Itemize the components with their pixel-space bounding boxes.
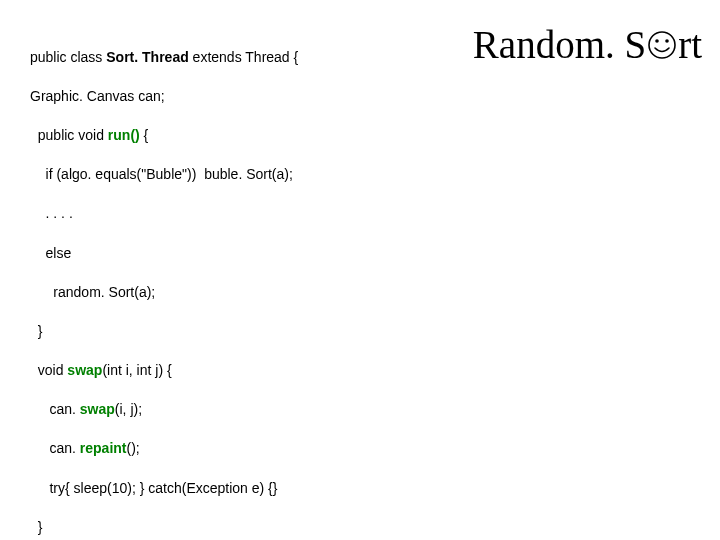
code-line: can. swap(i, j);	[30, 400, 309, 420]
smiley-icon	[647, 30, 677, 60]
code-line: if (algo. equals("Buble")) buble. Sort(a…	[30, 165, 309, 185]
code-line: random. Sort(a);	[30, 283, 309, 303]
code-line: . . . .	[30, 204, 309, 224]
call-repaint: repaint	[80, 440, 127, 456]
method-run: run()	[108, 127, 140, 143]
txt: {	[140, 127, 149, 143]
svg-point-0	[649, 32, 675, 58]
method-swap: swap	[67, 362, 102, 378]
code-block: public class Sort. Thread extends Thread…	[30, 28, 309, 540]
code-line: else	[30, 244, 309, 264]
code-line: public void run() {	[30, 126, 309, 146]
txt: }	[30, 519, 42, 535]
txt: void	[30, 362, 67, 378]
txt: can.	[30, 440, 80, 456]
txt: extends Thread {	[189, 49, 298, 65]
txt: ();	[127, 440, 140, 456]
txt: public class	[30, 49, 106, 65]
slide-title: Random. Srt	[473, 22, 702, 67]
code-line: can. repaint();	[30, 439, 309, 459]
txt: try{ sleep(10); } catch(Exception e) {}	[30, 480, 277, 496]
txt: (i, j);	[115, 401, 142, 417]
txt: (int i, int j) {	[102, 362, 171, 378]
code-line: public class Sort. Thread extends Thread…	[30, 48, 309, 68]
code-line: void swap(int i, int j) {	[30, 361, 309, 381]
svg-point-1	[655, 39, 659, 43]
svg-point-2	[665, 39, 669, 43]
code-line: Graphic. Canvas can;	[30, 87, 309, 107]
txt: . . . .	[30, 205, 73, 221]
class-name: Sort. Thread	[106, 49, 188, 65]
txt: if (algo. equals("Buble")) buble. Sort(a…	[30, 166, 293, 182]
txt: else	[30, 245, 71, 261]
code-line: try{ sleep(10); } catch(Exception e) {}	[30, 479, 309, 499]
txt: random. Sort(a);	[30, 284, 155, 300]
txt: Graphic. Canvas can;	[30, 88, 165, 104]
title-part1: Random. S	[473, 23, 646, 66]
txt: can.	[30, 401, 80, 417]
call-swap: swap	[80, 401, 115, 417]
title-part2: rt	[678, 23, 702, 66]
code-line: }	[30, 518, 309, 538]
txt: }	[30, 323, 42, 339]
code-line: }	[30, 322, 309, 342]
txt: public void	[30, 127, 108, 143]
